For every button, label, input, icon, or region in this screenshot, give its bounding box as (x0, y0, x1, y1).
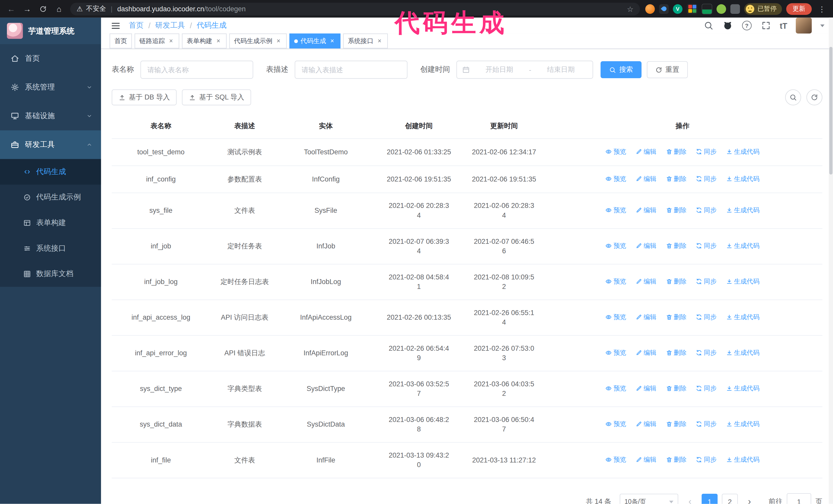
browser-menu-icon[interactable]: ⋮ (816, 3, 828, 15)
edit-link[interactable]: 编辑 (636, 384, 657, 393)
preview-link[interactable]: 预览 (605, 174, 626, 184)
import-sql-button[interactable]: 基于 SQL 导入 (182, 90, 251, 105)
close-icon[interactable]: × (168, 37, 174, 45)
edit-link[interactable]: 编辑 (636, 174, 657, 184)
tab-codegen-example[interactable]: 代码生成示例 × (229, 33, 287, 48)
address-bar[interactable]: ⚠ 不安全 | dashboard.yudao.iocoder.cn /tool… (70, 2, 640, 15)
sync-link[interactable]: 同步 (696, 277, 717, 286)
close-icon[interactable]: × (329, 37, 336, 45)
preview-link[interactable]: 预览 (605, 455, 626, 464)
close-icon[interactable]: × (275, 37, 282, 45)
edit-link[interactable]: 编辑 (636, 348, 657, 357)
delete-link[interactable]: 删除 (666, 419, 686, 429)
page-button-2[interactable]: 2 (722, 494, 738, 504)
page-size-select[interactable]: 10条/页 (620, 494, 678, 504)
refresh-table-button[interactable] (806, 90, 822, 105)
generate-code-link[interactable]: 生成代码 (726, 455, 759, 464)
preview-link[interactable]: 预览 (605, 205, 626, 215)
collapse-menu-icon[interactable] (110, 20, 121, 31)
sidebar-item-codegen[interactable]: 代码生成 (0, 159, 101, 185)
edit-link[interactable]: 编辑 (636, 419, 657, 429)
sync-link[interactable]: 同步 (696, 455, 717, 464)
generate-code-link[interactable]: 生成代码 (726, 348, 759, 357)
delete-link[interactable]: 删除 (666, 312, 686, 322)
tab-codegen[interactable]: 代码生成 × (289, 33, 340, 48)
github-icon[interactable] (722, 20, 733, 31)
start-date-placeholder[interactable]: 开始日期 (473, 65, 526, 74)
sync-link[interactable]: 同步 (696, 241, 717, 250)
extension-icon-1[interactable] (645, 4, 654, 14)
edit-link[interactable]: 编辑 (636, 241, 657, 250)
table-desc-input[interactable] (295, 61, 407, 79)
sync-link[interactable]: 同步 (696, 348, 717, 357)
home-icon[interactable]: ⌂ (53, 3, 65, 15)
font-size-icon[interactable]: tT (780, 20, 787, 31)
sidebar-item-system-api[interactable]: 系统接口 (0, 236, 101, 261)
prev-page-button[interactable]: ‹ (683, 494, 697, 504)
reload-icon[interactable] (37, 3, 49, 15)
extension-icon-6[interactable] (717, 4, 726, 14)
generate-code-link[interactable]: 生成代码 (726, 147, 759, 157)
tab-form-builder[interactable]: 表单构建 × (182, 33, 227, 48)
edit-link[interactable]: 编辑 (636, 277, 657, 286)
close-icon[interactable]: × (215, 37, 222, 45)
preview-link[interactable]: 预览 (605, 419, 626, 429)
extension-icon-2[interactable] (659, 4, 668, 14)
avatar-caret-icon[interactable] (820, 24, 825, 27)
edit-link[interactable]: 编辑 (636, 205, 657, 215)
generate-code-link[interactable]: 生成代码 (726, 419, 759, 429)
generate-code-link[interactable]: 生成代码 (726, 241, 759, 250)
delete-link[interactable]: 删除 (666, 205, 686, 215)
url-host[interactable]: dashboard.yudao.iocoder.cn (117, 5, 204, 13)
header-search-icon[interactable] (703, 20, 714, 31)
scrollbar[interactable] (829, 18, 833, 504)
delete-link[interactable]: 删除 (666, 241, 686, 250)
sidebar-item-codegen-example[interactable]: 代码生成示例 (0, 185, 101, 210)
generate-code-link[interactable]: 生成代码 (726, 205, 759, 215)
scrollbar-thumb[interactable] (829, 47, 832, 174)
table-name-input[interactable] (140, 61, 253, 79)
fullscreen-icon[interactable] (760, 20, 771, 31)
breadcrumb-home[interactable]: 首页 (129, 21, 144, 30)
delete-link[interactable]: 删除 (666, 348, 686, 357)
paused-badge[interactable]: 已暂停 (744, 3, 782, 15)
next-page-button[interactable]: › (742, 494, 757, 504)
forward-icon[interactable]: → (21, 3, 33, 15)
app-logo[interactable]: 芋道管理系统 (0, 18, 101, 44)
delete-link[interactable]: 删除 (666, 147, 686, 157)
url-path[interactable]: /tool/codegen (204, 5, 245, 13)
preview-link[interactable]: 预览 (605, 348, 626, 357)
tab-home[interactable]: 首页 (110, 33, 132, 48)
page-button-1[interactable]: 1 (701, 494, 717, 504)
sync-link[interactable]: 同步 (696, 419, 717, 429)
update-button[interactable]: 更新 (786, 3, 812, 15)
sidebar-item-home[interactable]: 首页 (0, 44, 101, 73)
preview-link[interactable]: 预览 (605, 241, 626, 250)
breadcrumb-devtools[interactable]: 研发工具 (155, 21, 185, 30)
edit-link[interactable]: 编辑 (636, 147, 657, 157)
extension-icon-5[interactable] (701, 3, 712, 14)
delete-link[interactable]: 删除 (666, 277, 686, 286)
delete-link[interactable]: 删除 (666, 384, 686, 393)
generate-code-link[interactable]: 生成代码 (726, 312, 759, 322)
sync-link[interactable]: 同步 (696, 147, 717, 157)
preview-link[interactable]: 预览 (605, 312, 626, 322)
date-range-picker[interactable]: 开始日期 - 结束日期 (456, 61, 593, 79)
tab-tracing[interactable]: 链路追踪 × (135, 33, 179, 48)
generate-code-link[interactable]: 生成代码 (726, 384, 759, 393)
preview-link[interactable]: 预览 (605, 277, 626, 286)
sync-link[interactable]: 同步 (696, 312, 717, 322)
close-icon[interactable]: × (376, 37, 383, 45)
tab-system-api[interactable]: 系统接口 × (343, 33, 388, 48)
security-warning-label[interactable]: 不安全 (86, 4, 106, 13)
toggle-search-button[interactable] (785, 90, 801, 105)
generate-code-link[interactable]: 生成代码 (726, 277, 759, 286)
import-db-button[interactable]: 基于 DB 导入 (112, 90, 177, 105)
back-icon[interactable]: ← (5, 3, 17, 15)
goto-page-input[interactable] (787, 493, 811, 504)
sidebar-item-devtools[interactable]: 研发工具 (0, 130, 101, 159)
user-avatar[interactable] (796, 18, 812, 33)
end-date-placeholder[interactable]: 结束日期 (534, 65, 587, 74)
preview-link[interactable]: 预览 (605, 384, 626, 393)
preview-link[interactable]: 预览 (605, 147, 626, 157)
